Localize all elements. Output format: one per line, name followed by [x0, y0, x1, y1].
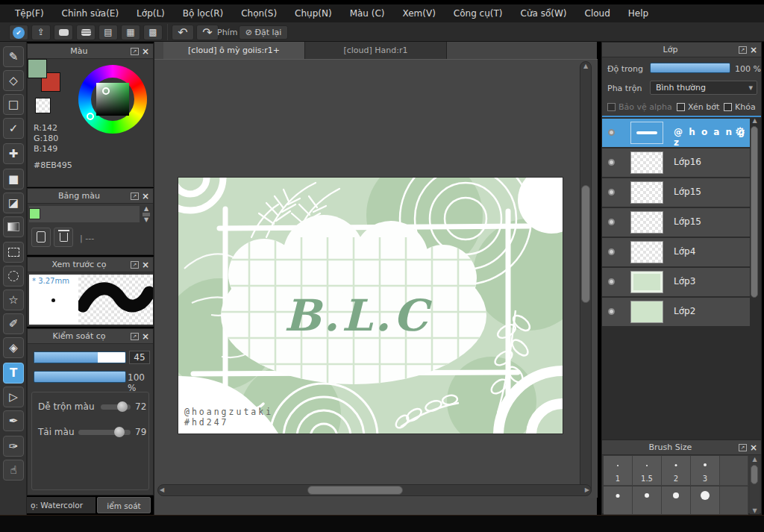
hscroll-thumb[interactable] — [307, 486, 403, 495]
document-button[interactable]: ▤ — [98, 25, 118, 40]
close-icon[interactable]: × — [750, 442, 757, 453]
scroll-left-icon[interactable]: ◀ — [160, 486, 164, 493]
brush-size-slider[interactable] — [34, 351, 126, 363]
brush-size-cell[interactable]: 2 — [662, 456, 691, 486]
tab-brush-control[interactable]: iểm soát cọ — [97, 497, 151, 513]
vscroll-thumb[interactable] — [581, 185, 590, 303]
sv-indicator[interactable] — [102, 87, 110, 95]
brush-tool[interactable]: ✎ — [3, 46, 24, 67]
visibility-dot[interactable] — [608, 129, 615, 136]
popout-icon[interactable]: ↗ — [131, 193, 139, 200]
popout-icon[interactable]: ↗ — [739, 46, 747, 54]
brush-size-cell[interactable]: 1.5 — [633, 456, 662, 486]
popout-icon[interactable]: ↗ — [131, 48, 139, 55]
delete-palette-button[interactable] — [54, 228, 73, 247]
fill-shape-tool[interactable]: ■ — [3, 169, 24, 190]
saturation-square[interactable] — [96, 83, 129, 116]
scroll-down-icon[interactable]: ▼ — [141, 217, 151, 223]
hand-tool[interactable]: ☝ — [3, 460, 24, 481]
visibility-dot[interactable] — [608, 248, 615, 255]
visibility-dot[interactable] — [608, 308, 615, 315]
menu-select[interactable]: Chọn(S) — [232, 4, 286, 22]
layer-list-scrollbar[interactable]: ▲ — [750, 117, 760, 459]
comment-list-button[interactable] — [76, 25, 96, 40]
text-tool[interactable]: T — [3, 363, 24, 384]
close-icon[interactable]: × — [750, 45, 757, 55]
menu-color[interactable]: Màu (C) — [341, 4, 394, 22]
history-button[interactable]: ▦ — [121, 25, 140, 40]
curve-snap-tool[interactable]: ✓ — [3, 118, 24, 139]
menu-edit[interactable]: Chỉnh sửa(E) — [53, 4, 128, 22]
palette-scroller[interactable]: ▲ ▼ — [141, 206, 151, 222]
menu-layer[interactable]: Lớp(L) — [128, 4, 174, 22]
close-icon[interactable]: × — [142, 46, 149, 57]
scroll-up-icon[interactable]: ▲ — [580, 62, 591, 71]
visibility-dot[interactable] — [608, 278, 615, 285]
brush-size-scroll-thumb[interactable] — [751, 465, 758, 484]
scroll-up-icon[interactable]: ▲ — [141, 206, 151, 212]
select-pen-tool[interactable]: ✐ — [3, 313, 24, 334]
menu-tools[interactable]: Công cụ(T) — [445, 4, 512, 22]
popout-icon[interactable]: ↗ — [131, 261, 139, 269]
redo-button[interactable]: ↷ — [196, 25, 219, 40]
layer-row[interactable]: Lớp16 — [602, 148, 750, 177]
fg-color-swatch[interactable] — [28, 59, 47, 78]
transparent-swatch[interactable] — [35, 98, 51, 113]
magic-wand-tool[interactable]: ☆ — [3, 290, 24, 310]
object-select-tool[interactable]: ▷ — [3, 387, 24, 407]
menu-file[interactable]: Tệp(F) — [6, 4, 53, 22]
blend-dropdown[interactable]: Bình thường ▾ — [650, 81, 757, 95]
visibility-dot[interactable] — [608, 219, 615, 225]
brush-size-cell[interactable]: 3 — [691, 456, 720, 486]
menu-window[interactable]: Cửa sổ(W) — [512, 4, 576, 22]
mix-slider[interactable] — [101, 404, 131, 410]
cloud-sync-button[interactable]: ✔ — [9, 25, 28, 40]
menu-filter[interactable]: Bộ lọc(R) — [174, 4, 232, 22]
document-tab[interactable]: [cloud] Hand:r1 — [305, 42, 447, 59]
scroll-right-icon[interactable]: ▶ — [585, 486, 589, 493]
layer-row[interactable]: Lớp15 — [602, 178, 750, 207]
menu-cloud[interactable]: Cloud — [576, 4, 619, 22]
close-icon[interactable]: × — [142, 191, 149, 201]
new-palette-button[interactable] — [31, 228, 51, 247]
scroll-up-icon[interactable]: ▲ — [750, 456, 760, 463]
layer-row[interactable]: Lớp2 — [602, 298, 750, 326]
eyedropper-tool[interactable]: ✑ — [3, 436, 24, 457]
load-slider[interactable] — [78, 430, 131, 435]
reset-button[interactable]: ⊘ Đặt lại — [239, 25, 288, 40]
bucket-tool[interactable]: ◪ — [3, 193, 24, 213]
brush-size-cell[interactable] — [604, 486, 633, 515]
lock-checkbox[interactable]: Khóa — [724, 102, 756, 112]
export-button[interactable]: ⇪ — [31, 25, 51, 40]
canvas-artwork[interactable]: B.L.C — [178, 178, 563, 434]
color-wheel[interactable] — [78, 65, 147, 134]
close-icon[interactable]: × — [142, 260, 149, 270]
brush-size-cell[interactable]: 1 — [604, 456, 633, 486]
mix-knob[interactable] — [117, 401, 128, 412]
popout-icon[interactable]: ↗ — [131, 333, 139, 340]
load-knob[interactable] — [114, 427, 125, 437]
gradient-tool[interactable] — [3, 216, 24, 237]
palette-swatch[interactable] — [29, 208, 40, 219]
document-tab-active[interactable]: [cloud] ô mỳ goiis:r1+ — [163, 42, 305, 59]
brush-size-cell[interactable] — [691, 486, 720, 515]
menu-snap[interactable]: Chụp(N) — [286, 4, 341, 22]
undo-button[interactable]: ↶ — [172, 25, 194, 40]
layer-row[interactable]: Lớp15 — [602, 208, 750, 237]
layer-scroll-thumb[interactable] — [751, 126, 758, 298]
brush-size-cell[interactable] — [662, 486, 691, 515]
lasso-tool[interactable] — [3, 266, 24, 287]
menu-help[interactable]: Help — [619, 4, 657, 22]
edit-grid-button[interactable]: ▩ — [143, 25, 163, 40]
scroll-down-icon[interactable]: ▼ — [750, 507, 760, 514]
gear-icon[interactable]: ⚙ — [735, 125, 745, 139]
select-eraser-tool[interactable]: ◈ — [3, 337, 24, 358]
layer-row[interactable]: Lớp4 — [602, 238, 750, 266]
canvas-viewport[interactable]: B.L.C — [154, 59, 598, 498]
scroll-up-icon[interactable]: ▲ — [750, 117, 760, 124]
move-tool[interactable]: ✚ — [3, 143, 24, 164]
eraser-tool[interactable]: ◇ — [3, 70, 24, 91]
brush-opacity-slider[interactable] — [34, 371, 126, 383]
pen-tool[interactable]: ✒ — [3, 410, 24, 431]
visibility-dot[interactable] — [608, 189, 615, 195]
